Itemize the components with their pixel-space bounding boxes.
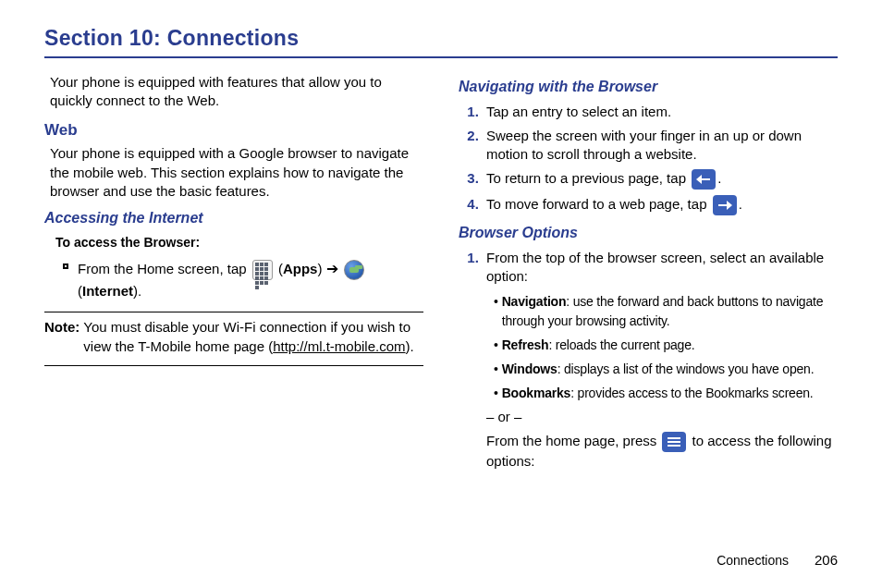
back-button-icon (692, 169, 716, 190)
opt-desc-3: : provides access to the Bookmarks scree… (570, 386, 813, 400)
nav-step-1: Tap an entry to select an item. (483, 103, 838, 121)
tmobile-link[interactable]: http://ml.t-mobile.com (273, 338, 405, 354)
accessing-internet-heading: Accessing the Internet (44, 208, 423, 228)
note-label: Note: (44, 318, 80, 356)
note-text-2: ). (406, 338, 414, 354)
from-home-text: From the Home screen, tap (78, 261, 251, 276)
nav-step-4-period: . (739, 196, 742, 212)
opt-term-1: Refresh (502, 337, 549, 352)
options-bullets: •Navigation: use the forward and back bu… (486, 292, 838, 403)
access-instruction: From the Home screen, tap (Apps) ➔ (Inte… (44, 257, 423, 303)
opt-term-0: Navigation (502, 294, 567, 309)
options-list: From the top of the browser screen, sele… (459, 249, 838, 471)
options-intro: From the top of the browser screen, sele… (486, 250, 824, 284)
nav-step-2: Sweep the screen with your finger in an … (483, 127, 838, 165)
browser-options-heading: Browser Options (459, 223, 838, 243)
nav-step-3-period: . (717, 170, 721, 186)
to-access-label: To access the Browser: (44, 234, 423, 251)
nav-step-4: To move forward to a web page, tap . (483, 195, 838, 215)
arrow-right-icon: ➔ (326, 261, 338, 276)
right-column: Navigating with the Browser Tap an entry… (459, 69, 838, 476)
option-bookmarks: •Bookmarks: provides access to the Bookm… (494, 384, 838, 403)
left-column: Your phone is equipped with features tha… (44, 69, 423, 476)
internet-label: Internet (82, 283, 133, 299)
navigating-heading: Navigating with the Browser (459, 77, 838, 97)
manual-page: Section 10: Connections Your phone is eq… (0, 0, 882, 588)
home-press-line: From the home page, press to access the … (486, 432, 838, 471)
note-block: Note: You must disable your Wi-Fi connec… (44, 318, 423, 356)
home-press-pre: From the home page, press (486, 433, 660, 448)
intro-paragraph: Your phone is equipped with features tha… (44, 73, 423, 111)
two-column-layout: Your phone is equipped with features tha… (44, 69, 838, 476)
note-separator-bottom (44, 365, 423, 366)
or-separator: – or – (486, 408, 838, 426)
nav-step-3-text: To return to a previous page, tap (486, 170, 690, 186)
footer-chapter: Connections (717, 553, 789, 568)
option-refresh: •Refresh: reloads the current page. (494, 336, 838, 355)
navigating-list: Tap an entry to select an item. Sweep th… (459, 103, 838, 216)
opt-desc-2: : displays a list of the windows you hav… (557, 361, 815, 376)
forward-button-icon (713, 195, 737, 215)
opt-term-2: Windows (502, 361, 557, 376)
apps-icon (252, 260, 273, 280)
access-instruction-text: From the Home screen, tap (Apps) ➔ (Inte… (78, 257, 423, 303)
web-heading: Web (44, 120, 423, 141)
option-navigation: •Navigation: use the forward and back bu… (494, 292, 838, 331)
square-bullet-icon (63, 263, 68, 269)
menu-button-icon (662, 432, 686, 452)
option-windows: •Windows: displays a list of the windows… (494, 360, 838, 379)
nav-step-3: To return to a previous page, tap . (483, 169, 838, 190)
nav-step-4-text: To move forward to a web page, tap (486, 196, 711, 212)
opt-term-3: Bookmarks (502, 386, 570, 400)
note-separator-top (44, 312, 423, 312)
opt-desc-1: : reloads the current page. (548, 337, 694, 352)
page-footer: Connections 206 (717, 552, 838, 568)
section-title: Section 10: Connections (44, 26, 838, 51)
options-step-1: From the top of the browser screen, sele… (483, 249, 838, 471)
web-body: Your phone is equipped with a Google bro… (44, 144, 423, 201)
footer-page-number: 206 (815, 552, 838, 568)
note-body: You must disable your Wi-Fi connection i… (83, 318, 423, 356)
apps-label: Apps (283, 261, 318, 276)
title-rule (44, 56, 838, 58)
globe-icon (344, 260, 364, 280)
